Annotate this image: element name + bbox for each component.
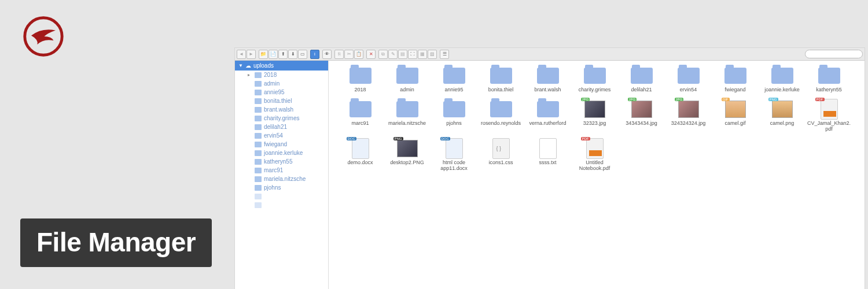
item-label: ssss.txt bbox=[539, 160, 556, 166]
folder-item[interactable]: annie95 bbox=[431, 64, 477, 97]
new-folder-button[interactable]: 📁 bbox=[259, 50, 268, 59]
jpg-badge-icon: JPG bbox=[581, 98, 590, 101]
folder-item[interactable]: fwiegand bbox=[712, 64, 759, 97]
tree-item[interactable]: katheryn55 bbox=[235, 157, 328, 166]
new-file-button[interactable]: 📄 bbox=[269, 50, 278, 59]
folder-icon bbox=[537, 68, 559, 84]
file-item[interactable]: JPG 34343434.jpg bbox=[618, 98, 665, 136]
tree-item[interactable]: pjohns bbox=[235, 183, 328, 192]
folder-icon bbox=[255, 150, 262, 156]
file-item[interactable]: PDF Untitled Notebook.pdf bbox=[571, 137, 618, 175]
preview-button[interactable]: 👁 bbox=[322, 50, 332, 59]
css-icon bbox=[492, 138, 510, 159]
folder-icon bbox=[255, 90, 262, 95]
tree-item[interactable]: charity.grimes bbox=[235, 114, 328, 123]
folder-item[interactable]: marc91 bbox=[337, 98, 384, 136]
folder-item[interactable]: bonita.thiel bbox=[477, 64, 524, 97]
paste-button[interactable]: 📋 bbox=[354, 50, 363, 59]
delete-button[interactable]: ✕ bbox=[366, 50, 376, 59]
item-label: demo.docx bbox=[347, 160, 373, 166]
folder-item[interactable]: mariela.nitzsche bbox=[384, 98, 431, 136]
folder-item[interactable]: charity.grimes bbox=[571, 64, 618, 97]
download-button[interactable]: ⬇ bbox=[288, 50, 297, 59]
folder-item[interactable]: ervin54 bbox=[665, 64, 712, 97]
gif-badge-icon: GIF bbox=[722, 98, 730, 101]
tree-root-uploads[interactable]: ▼ ☁ uploads bbox=[235, 61, 328, 71]
tree-item[interactable]: delilah21 bbox=[235, 123, 328, 131]
file-item[interactable]: JPG 32323.jpg bbox=[571, 98, 618, 136]
tree-item[interactable]: bonita.thiel bbox=[235, 97, 328, 105]
tree-item[interactable] bbox=[235, 192, 328, 201]
tree-item-2018[interactable]: ▸ 2018 bbox=[235, 71, 328, 79]
file-item[interactable]: PNG camel.png bbox=[759, 98, 806, 136]
tree-item[interactable]: mariela.nitzsche bbox=[235, 175, 328, 183]
item-label: html code app11.docx bbox=[432, 160, 477, 172]
tree-item[interactable]: joannie.kerluke bbox=[235, 149, 328, 157]
tree-item[interactable]: marc91 bbox=[235, 166, 328, 175]
tree-label: admin bbox=[264, 80, 279, 87]
image-thumb bbox=[772, 101, 793, 118]
file-item[interactable]: PNG desktop2.PNG bbox=[384, 137, 431, 175]
folder-icon bbox=[678, 68, 700, 84]
tree-label: katheryn55 bbox=[264, 158, 292, 165]
folder-icon bbox=[490, 68, 512, 84]
folder-item[interactable]: delilah21 bbox=[618, 64, 665, 97]
docx-icon bbox=[352, 138, 369, 159]
copy-button[interactable]: ⎘ bbox=[334, 50, 344, 59]
folder-item[interactable]: katheryn55 bbox=[806, 64, 852, 97]
item-label: annie95 bbox=[444, 87, 463, 93]
folder-item[interactable]: rosendo.reynolds bbox=[477, 98, 524, 136]
file-item[interactable]: icons1.css bbox=[477, 137, 524, 175]
folder-icon bbox=[255, 81, 262, 87]
info-button[interactable]: i bbox=[310, 50, 319, 59]
archive-button[interactable]: ▦ bbox=[418, 50, 427, 59]
file-item[interactable]: DOC html code app11.docx bbox=[431, 137, 477, 175]
tree-label: charity.grimes bbox=[264, 115, 300, 121]
item-label: fwiegand bbox=[724, 87, 745, 93]
folder-item[interactable]: pjohns bbox=[431, 98, 477, 136]
file-item[interactable]: PDF CV_Jamal_Khan2.pdf bbox=[806, 98, 852, 136]
view-button[interactable]: ☰ bbox=[440, 50, 449, 59]
toolbar: ◄ ► 📁 📄 ⬆ ⬇ ▭ i 👁 ⎘ ✂ 📋 ✕ ⧉ ✎ ▤ ⛶ bbox=[235, 48, 865, 61]
tree-item[interactable]: brant.walsh bbox=[235, 105, 328, 114]
folder-icon bbox=[771, 68, 793, 84]
resize-button[interactable]: ⛶ bbox=[408, 50, 417, 59]
upload-button[interactable]: ⬆ bbox=[278, 50, 288, 59]
file-manager-window: ◄ ► 📁 📄 ⬆ ⬇ ▭ i 👁 ⎘ ✂ 📋 ✕ ⧉ ✎ ▤ ⛶ bbox=[234, 47, 865, 289]
image-thumb bbox=[678, 101, 699, 118]
extract-button[interactable]: ▧ bbox=[428, 50, 437, 59]
file-item[interactable]: ssss.txt bbox=[524, 137, 571, 175]
item-label: delilah21 bbox=[631, 87, 652, 93]
tree-label: delilah21 bbox=[264, 124, 287, 130]
folder-item[interactable]: admin bbox=[384, 64, 431, 97]
open-button[interactable]: ▭ bbox=[298, 50, 307, 59]
file-item[interactable]: DOC demo.docx bbox=[337, 137, 384, 175]
folder-item[interactable]: 2018 bbox=[337, 64, 384, 97]
tree-item[interactable]: annie95 bbox=[235, 88, 328, 97]
cut-button[interactable]: ✂ bbox=[344, 50, 354, 59]
tree-label: mariela.nitzsche bbox=[264, 176, 306, 182]
tree-item[interactable]: admin bbox=[235, 79, 328, 88]
file-item[interactable]: GIF camel.gif bbox=[712, 98, 759, 136]
edit-button[interactable]: ▤ bbox=[398, 50, 407, 59]
tree-item[interactable] bbox=[235, 201, 328, 209]
folder-icon bbox=[255, 98, 262, 104]
search-input[interactable] bbox=[805, 50, 863, 58]
docx-badge-icon: DOC bbox=[347, 137, 356, 140]
folder-icon bbox=[537, 101, 559, 117]
file-item[interactable]: JPG 324324324.jpg bbox=[665, 98, 712, 136]
image-thumb bbox=[584, 101, 605, 118]
rename-button[interactable]: ✎ bbox=[388, 50, 398, 59]
folder-item[interactable]: brant.walsh bbox=[524, 64, 571, 97]
cloud-icon: ☁ bbox=[245, 62, 251, 69]
duplicate-button[interactable]: ⧉ bbox=[378, 50, 388, 59]
tree-item[interactable]: ervin54 bbox=[235, 131, 328, 140]
back-button[interactable]: ◄ bbox=[237, 50, 246, 59]
tree-root-label: uploads bbox=[253, 62, 274, 69]
image-thumb bbox=[725, 101, 746, 118]
tree-label: 2018 bbox=[264, 72, 277, 78]
folder-item[interactable]: verna.rutherford bbox=[524, 98, 571, 136]
folder-item[interactable]: joannie.kerluke bbox=[759, 64, 806, 97]
forward-button[interactable]: ► bbox=[247, 50, 256, 59]
tree-item[interactable]: fwiegand bbox=[235, 140, 328, 149]
